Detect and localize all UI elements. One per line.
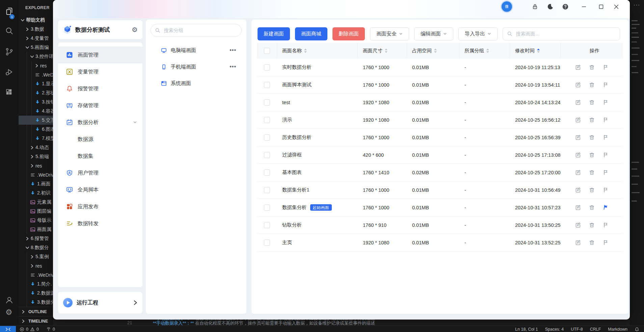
tree-item[interactable]: 4.动态: [19, 143, 53, 152]
flag-icon[interactable]: [603, 170, 609, 175]
tree-item[interactable]: 5.画面编: [19, 43, 53, 52]
settings-gear-icon[interactable]: ⚙: [5, 308, 12, 316]
edit-screen-dropdown[interactable]: 编辑画面: [414, 27, 453, 40]
sort-icon-active[interactable]: [537, 49, 540, 53]
import-export-dropdown[interactable]: 导入导出: [458, 27, 498, 40]
wechat-badge[interactable]: 微: [502, 1, 512, 12]
delete-icon[interactable]: [589, 170, 595, 175]
delete-icon[interactable]: [589, 64, 595, 70]
notifications-bell-icon[interactable]: [635, 327, 639, 332]
problems-indicator[interactable]: 0 0: [20, 327, 39, 332]
indentation[interactable]: Spaces: 4: [545, 327, 564, 332]
sort-icon[interactable]: [304, 49, 307, 53]
sidebar-item-variable-management[interactable]: 变量管理: [58, 63, 142, 80]
table-row[interactable]: 钻取分析 1760 * 910 0.01MB - 2024-10-31 13:5…: [257, 216, 623, 234]
select-all-checkbox[interactable]: [264, 48, 270, 54]
flag-icon[interactable]: [603, 187, 609, 193]
edit-icon[interactable]: [575, 240, 581, 245]
tree-item[interactable]: 7.模型: [19, 134, 53, 143]
flag-icon[interactable]: [603, 152, 609, 158]
more-actions-icon[interactable]: •••: [230, 47, 236, 53]
screen-security-dropdown[interactable]: 画面安全: [370, 27, 409, 40]
tree-item[interactable]: 3.控件详: [19, 52, 53, 61]
group-search[interactable]: [151, 24, 242, 37]
sort-icon[interactable]: [434, 49, 437, 53]
encoding[interactable]: UTF-8: [571, 327, 583, 332]
tree-item[interactable]: 3.数据: [19, 25, 53, 34]
sidebar-item-app-publish[interactable]: 应用发布: [58, 198, 142, 215]
delete-icon[interactable]: [589, 205, 595, 210]
group-search-input[interactable]: [163, 27, 237, 33]
table-row[interactable]: 基本图表 1760 * 1410 0.02MB - 2024-10-25 17:…: [257, 164, 623, 181]
table-row[interactable]: 历史数据分析 1760 * 1000 0.01MB - 2024-10-25 1…: [257, 129, 623, 146]
tree-item[interactable]: 8.数据分: [19, 243, 53, 252]
edit-icon[interactable]: [575, 222, 581, 228]
table-row[interactable]: 数据集分析1 1760 * 1000 0.01MB - 2024-10-31 1…: [257, 181, 623, 199]
tree-item[interactable]: 5.前端: [19, 152, 53, 161]
tree-item[interactable]: res: [19, 161, 53, 170]
tree-item-selected[interactable]: 5.交互: [19, 116, 53, 125]
sidebar-item-global-script[interactable]: 全局脚本: [58, 181, 142, 198]
tree-item[interactable]: 3.按钮: [19, 97, 53, 107]
tree-item[interactable]: 4.变量管: [19, 34, 53, 43]
table-row-start-screen[interactable]: 数据集分析起始画面 1760 * 1000 0.01MB - 2024-10-3…: [257, 199, 623, 216]
maximize-button[interactable]: [597, 2, 606, 11]
edit-icon[interactable]: [575, 64, 581, 70]
tree-item[interactable]: 画面属: [19, 225, 53, 234]
row-checkbox[interactable]: [264, 152, 270, 158]
sidebar-item-data-analysis[interactable]: 数据分析: [58, 114, 142, 131]
sidebar-item-alarm-management[interactable]: 报警管理: [58, 80, 142, 97]
delete-icon[interactable]: [589, 152, 595, 158]
row-checkbox[interactable]: [264, 82, 270, 88]
tree-item[interactable]: 6.报警管: [19, 234, 53, 243]
eol[interactable]: CRLF: [590, 327, 601, 332]
delete-icon[interactable]: [589, 187, 595, 193]
tree-item[interactable]: 2.形状: [19, 88, 53, 97]
edit-icon[interactable]: [575, 117, 581, 123]
row-checkbox[interactable]: [264, 64, 270, 70]
help-icon[interactable]: [561, 2, 570, 11]
edit-icon[interactable]: [575, 187, 581, 193]
timeline-section[interactable]: TIMELINE: [19, 316, 53, 326]
edit-icon[interactable]: [575, 82, 581, 88]
edit-icon[interactable]: [575, 205, 581, 210]
delete-screen-button[interactable]: 删除画面: [332, 27, 365, 40]
table-row[interactable]: 演示 1920 * 1080 0.01MB - 2024-10-25 16:56…: [257, 111, 623, 129]
tree-item[interactable]: 元素属: [19, 198, 53, 207]
delete-icon[interactable]: [589, 240, 595, 245]
extensions-icon[interactable]: [5, 88, 14, 97]
language-mode[interactable]: Markdown: [608, 327, 627, 332]
tree-item[interactable]: 帮助文档: [19, 16, 53, 25]
new-screen-button[interactable]: 新建画面: [258, 27, 290, 40]
delete-icon[interactable]: [589, 117, 595, 123]
tree-item[interactable]: 3.数据分: [19, 298, 53, 307]
tree-item[interactable]: res: [19, 261, 53, 270]
source-control-icon[interactable]: [5, 47, 14, 56]
group-item-mobile[interactable]: 手机端画面 •••: [146, 59, 246, 74]
tree-item[interactable]: 1.显示: [19, 79, 53, 88]
tree-item[interactable]: 4.容器: [19, 107, 53, 116]
row-checkbox[interactable]: [264, 170, 270, 176]
flag-icon[interactable]: [603, 117, 609, 123]
close-button[interactable]: [612, 2, 621, 11]
account-icon[interactable]: [5, 295, 14, 304]
editor-more-actions-icon[interactable]: ···: [630, 2, 644, 7]
tree-item[interactable]: .WeDr: [19, 70, 53, 79]
run-project-button[interactable]: 运行工程: [58, 292, 142, 313]
row-checkbox[interactable]: [264, 240, 270, 246]
table-row[interactable]: test 1920 * 1080 0.01MB - 2024-10-24 14:…: [257, 94, 623, 111]
search-icon[interactable]: [5, 26, 14, 35]
flag-icon[interactable]: [603, 134, 609, 140]
screen-search[interactable]: [503, 27, 620, 40]
cursor-position[interactable]: Ln 18, Col 1: [515, 327, 538, 332]
edit-icon[interactable]: [575, 134, 581, 140]
sidebar-item-dataset[interactable]: 数据集: [58, 148, 142, 164]
sidebar-item-user-management[interactable]: 用户管理: [58, 164, 142, 181]
ports-indicator[interactable]: 0: [46, 327, 55, 332]
tree-item[interactable]: 母版示: [19, 216, 53, 225]
delete-icon[interactable]: [589, 82, 595, 88]
tree-item[interactable]: 6.图表: [19, 125, 53, 134]
group-item-system[interactable]: 系统画面: [146, 76, 246, 91]
flag-icon[interactable]: [603, 82, 609, 88]
more-actions-icon[interactable]: •••: [230, 64, 236, 70]
